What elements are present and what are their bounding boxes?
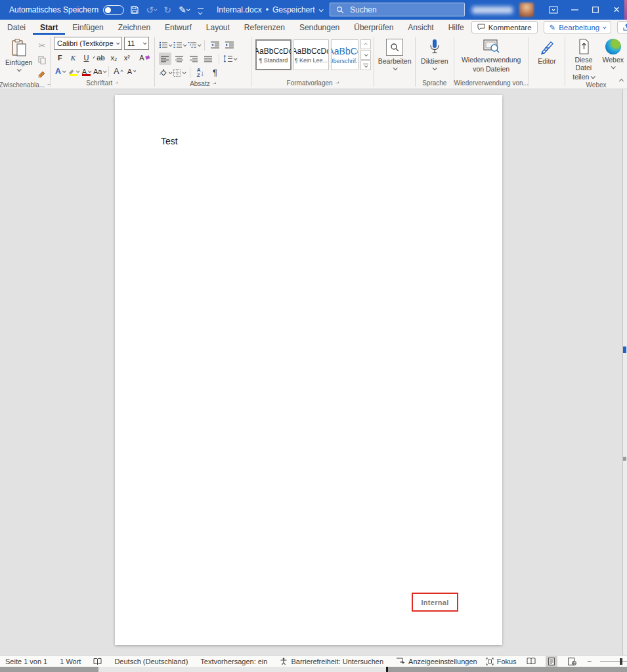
autosave-toggle[interactable]: [103, 5, 124, 15]
minimize-button[interactable]: [564, 0, 585, 20]
tab-sendungen[interactable]: Sendungen: [292, 20, 347, 35]
group-label-styles: Formatvorlagen: [287, 79, 333, 87]
sort-button[interactable]: AZ ↓: [194, 66, 207, 79]
borders-button[interactable]: [173, 66, 186, 79]
group-reuse: Wiederverwendung von Dateien Wiederverwe…: [454, 35, 528, 89]
maximize-button[interactable]: [585, 0, 606, 20]
numbered-list-button[interactable]: [173, 39, 186, 51]
align-right-button[interactable]: [188, 52, 200, 65]
highlight-color-button[interactable]: [67, 65, 79, 77]
font-size-select[interactable]: 11: [124, 37, 149, 50]
web-layout-icon[interactable]: [566, 656, 578, 667]
strikethrough-button[interactable]: ab: [95, 51, 107, 64]
tab-start[interactable]: Start: [33, 20, 65, 35]
group-label-font: Schriftart: [86, 79, 112, 87]
dictate-button[interactable]: Diktieren: [418, 37, 451, 77]
style-no-spacing[interactable]: AaBbCcDc ¶ Kein Lee...: [293, 39, 329, 70]
avatar[interactable]: [519, 3, 534, 17]
font-dialog-launcher-icon[interactable]: ⌐: [115, 80, 118, 87]
shrink-font-button[interactable]: A: [125, 65, 137, 77]
paste-button[interactable]: Einfügen: [2, 37, 35, 81]
show-paragraph-marks-button[interactable]: ¶: [209, 66, 221, 79]
copy-icon[interactable]: [35, 54, 48, 66]
print-layout-icon[interactable]: [546, 656, 557, 667]
styles-scroll-down-icon[interactable]: [360, 50, 371, 60]
save-icon[interactable]: [129, 2, 141, 18]
zoom-out-button[interactable]: −: [587, 657, 592, 666]
multilevel-list-button[interactable]: [188, 39, 200, 51]
clear-formatting-button[interactable]: A: [139, 51, 151, 64]
ribbon-display-options-icon[interactable]: [543, 0, 564, 20]
zoom-slider-handle[interactable]: [620, 658, 622, 665]
font-color-button[interactable]: A: [80, 65, 93, 77]
redo-icon[interactable]: ↻: [162, 2, 173, 18]
text-predictions-status[interactable]: Textvorhersagen: ein: [200, 658, 267, 665]
bold-button[interactable]: F: [54, 51, 66, 64]
styles-dialog-launcher-icon[interactable]: ⌐: [335, 80, 339, 87]
tab-datei[interactable]: Datei: [0, 20, 33, 35]
group-dictate: Diktieren Sprache: [416, 35, 453, 89]
search-box[interactable]: Suchen: [330, 3, 465, 16]
grow-font-button[interactable]: A: [112, 65, 124, 77]
proofing-icon[interactable]: [93, 658, 102, 665]
document-body-text[interactable]: Test: [161, 136, 178, 146]
group-font: Calibri (Textkörper) 11 F K U ab x₂ x² A…: [51, 35, 154, 89]
editing-mode-button[interactable]: ✎ Bearbeitung: [544, 21, 612, 33]
share-button[interactable]: Freigeben: [617, 21, 627, 33]
share-this-file-button[interactable]: Diese Datei teilen: [567, 37, 599, 81]
read-mode-icon[interactable]: [525, 656, 537, 667]
tab-entwurf[interactable]: Entwurf: [158, 20, 199, 35]
align-center-button[interactable]: [173, 52, 186, 65]
clipboard-dialog-launcher-icon[interactable]: ⌐: [47, 81, 50, 88]
cut-icon[interactable]: ✂: [35, 39, 48, 52]
document-title[interactable]: Internal.docx • Gespeichert: [217, 0, 322, 20]
format-painter-icon[interactable]: [35, 68, 48, 81]
text-effects-button[interactable]: A: [54, 65, 66, 77]
user-name-redacted: [472, 7, 513, 14]
superscript-button[interactable]: x²: [121, 51, 133, 64]
justify-button[interactable]: [202, 52, 215, 65]
collapse-ribbon-icon[interactable]: [620, 74, 623, 85]
styles-scroll-up-icon[interactable]: [360, 39, 371, 49]
tab-referenzen[interactable]: Referenzen: [237, 20, 292, 35]
document-page[interactable]: Test Internal: [115, 95, 502, 645]
document-canvas[interactable]: Test Internal: [0, 89, 627, 655]
undo-icon[interactable]: ↺: [145, 2, 157, 18]
increase-indent-button[interactable]: [223, 39, 236, 51]
tab-ansicht[interactable]: Ansicht: [400, 20, 441, 35]
tab-zeichnen[interactable]: Zeichnen: [111, 20, 158, 35]
reuse-files-icon: [482, 39, 500, 54]
shading-button[interactable]: [159, 66, 171, 79]
style-heading1[interactable]: AaBbCc Überschrif...: [331, 39, 358, 70]
page-count[interactable]: Seite 1 von 1: [5, 658, 47, 665]
zoom-slider[interactable]: [600, 657, 627, 666]
font-name-select[interactable]: Calibri (Textkörper): [54, 37, 122, 50]
subscript-button[interactable]: x₂: [108, 51, 120, 64]
pen-mode-icon[interactable]: ✎: [178, 2, 190, 18]
editing-dropdown-button[interactable]: Bearbeiten: [375, 37, 415, 77]
paragraph-dialog-launcher-icon[interactable]: ⌐: [213, 81, 216, 87]
tab-ueberpruefen[interactable]: Überprüfen: [347, 20, 400, 35]
focus-button[interactable]: Fokus: [486, 658, 517, 665]
customize-quick-access-icon[interactable]: [194, 2, 206, 18]
comments-button[interactable]: Kommentare: [471, 21, 538, 33]
underline-button[interactable]: U: [80, 51, 93, 64]
styles-gallery-more-icon[interactable]: [360, 60, 371, 70]
tab-layout[interactable]: Layout: [199, 20, 237, 35]
reuse-files-button[interactable]: Wiederverwendung von Dateien: [458, 37, 524, 77]
style-standard[interactable]: AaBbCcDc ¶ Standard: [255, 39, 291, 70]
editor-button[interactable]: Editor: [534, 37, 559, 77]
bullet-list-button[interactable]: [159, 39, 171, 51]
tab-einfuegen[interactable]: Einfügen: [65, 20, 110, 35]
change-case-button[interactable]: Aa: [93, 65, 106, 77]
line-spacing-button[interactable]: [223, 52, 236, 65]
document-name: Internal.docx: [217, 5, 262, 14]
display-settings-button[interactable]: Anzeigeeinstellungen: [396, 658, 477, 665]
decrease-indent-button[interactable]: [209, 39, 221, 51]
language-status[interactable]: Deutsch (Deutschland): [114, 658, 188, 665]
italic-button[interactable]: K: [67, 51, 79, 64]
accessibility-status[interactable]: Barrierefreiheit: Untersuchen: [280, 658, 383, 665]
tab-hilfe[interactable]: Hilfe: [441, 20, 471, 35]
align-left-button[interactable]: [159, 52, 171, 65]
word-count[interactable]: 1 Wort: [60, 658, 81, 665]
